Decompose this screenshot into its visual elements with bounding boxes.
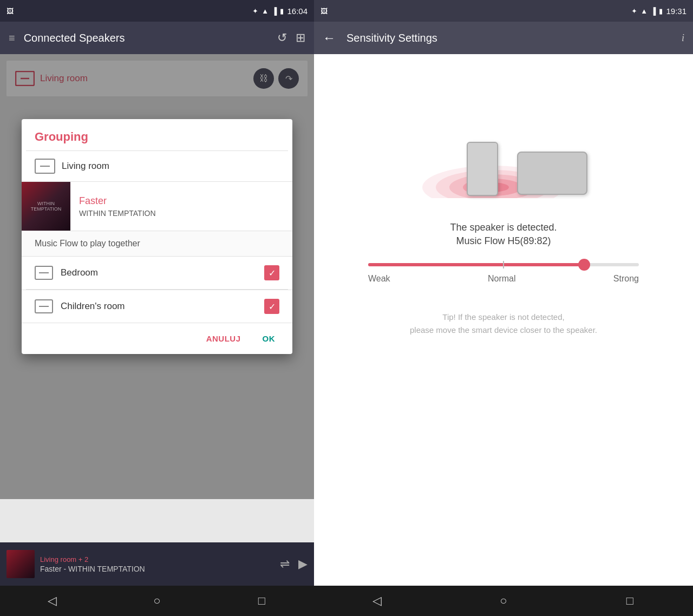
bluetooth-icon-right: ✦: [631, 7, 637, 15]
right-content: The speaker is detected. Music Flow H5(8…: [314, 54, 693, 586]
tip-line2: please move the smart device closer to t…: [410, 324, 597, 337]
detected-line2: Music Flow H5(89:82): [450, 235, 557, 247]
tip-line1: Tip! If the speaker is not detected,: [410, 311, 597, 324]
bedroom-checkbox[interactable]: ✓: [264, 265, 279, 280]
slider-fill: [368, 263, 585, 266]
bottom-track-name: Faster - WITHIN TEMPTATION: [40, 565, 274, 573]
slider-midmark: [503, 261, 504, 268]
app-title-right: Sensitivity Settings: [346, 32, 675, 44]
bottom-bar-left: Living room + 2 Faster - WITHIN TEMPTATI…: [0, 542, 314, 586]
left-panel: 🖼 ✦ ▲ ▐ ▮ 16:04 ≡ Connected Speakers ↺ ⊞…: [0, 0, 314, 616]
slider-track[interactable]: [368, 263, 639, 266]
childrens-checkbox[interactable]: ✓: [264, 299, 279, 314]
dialog-header-room: Living room: [22, 151, 292, 181]
speaker-icon-childrens: [35, 299, 53, 313]
grouping-dialog: Grouping Living room WITHINTEMPTATION: [22, 119, 292, 354]
signal-icon-right: ▐: [651, 7, 656, 15]
tip-section: Tip! If the speaker is not detected, ple…: [410, 311, 597, 337]
right-panel: 🖼 ✦ ▲ ▐ ▮ 19:31 ← Sensitivity Settings i: [314, 0, 693, 616]
track-title: Faster: [79, 195, 284, 207]
childrens-room-name: Children's room: [61, 301, 264, 312]
app-bar-left: ≡ Connected Speakers ↺ ⊞: [0, 22, 314, 54]
battery-icon: ▮: [280, 7, 284, 15]
signal-icon: ▐: [272, 7, 277, 15]
app-title-left: Connected Speakers: [24, 32, 269, 44]
dialog-title: Grouping: [22, 119, 292, 150]
device-phone: [467, 142, 498, 196]
refresh-icon[interactable]: ↺: [277, 31, 287, 45]
track-artwork: WITHINTEMPTATION: [22, 182, 70, 231]
play-bottom-icon[interactable]: ▶: [298, 557, 308, 571]
nav-bar-right: ◁ ○ □: [314, 586, 693, 616]
left-background: Living room ⛓ ↷ Grouping Living room: [0, 54, 314, 542]
label-weak: Weak: [368, 274, 390, 284]
nav-home-right[interactable]: ○: [487, 590, 520, 612]
track-row: WITHINTEMPTATION Faster WITHIN TEMPTATIO…: [22, 181, 292, 231]
ok-button[interactable]: OK: [258, 332, 280, 345]
wifi-icon: ▲: [261, 7, 269, 15]
detection-text: The speaker is detected. Music Flow H5(8…: [450, 222, 557, 247]
bottom-track-art: [6, 550, 35, 578]
status-bar-left: 🖼 ✦ ▲ ▐ ▮ 16:04: [0, 0, 314, 22]
bedroom-item[interactable]: Bedroom ✓: [22, 256, 292, 289]
photo-icon: 🖼: [6, 7, 14, 15]
label-normal: Normal: [488, 274, 516, 284]
bottom-room-name: Living room + 2: [40, 555, 274, 563]
bottom-track-info: Living room + 2 Faster - WITHIN TEMPTATI…: [40, 555, 274, 573]
track-art-inner: WITHINTEMPTATION: [22, 182, 70, 231]
cancel-button[interactable]: ANULUJ: [202, 332, 245, 345]
battery-icon-right: ▮: [659, 7, 663, 15]
nav-recents-left[interactable]: □: [245, 590, 278, 612]
status-time-right: 19:31: [666, 6, 687, 16]
speaker-icon-bedroom: [35, 266, 53, 280]
status-bar-right: 🖼 ✦ ▲ ▐ ▮ 19:31: [314, 0, 693, 22]
section-label: Music Flow to play together: [22, 231, 292, 256]
dialog-header-room-name: Living room: [62, 161, 109, 172]
nav-back-left[interactable]: ◁: [36, 590, 69, 612]
add-icon[interactable]: ⊞: [296, 31, 305, 45]
menu-icon[interactable]: ≡: [9, 32, 15, 44]
status-icons-right: ✦ ▲ ▐ ▮ 19:31: [631, 6, 687, 16]
nav-back-right[interactable]: ◁: [361, 590, 394, 612]
back-button[interactable]: ←: [323, 30, 336, 45]
speaker-icon-dialog-header: [35, 159, 55, 174]
wifi-icon-right: ▲: [640, 7, 648, 15]
track-artist: WITHIN TEMPTATION: [79, 209, 284, 218]
dialog-actions: ANULUJ OK: [22, 323, 292, 354]
photo-icon-right: 🖼: [321, 7, 328, 15]
art-placeholder: WITHINTEMPTATION: [31, 201, 62, 212]
detection-illustration: [390, 70, 617, 211]
nav-home-left[interactable]: ○: [141, 590, 173, 612]
label-strong: Strong: [613, 274, 639, 284]
sensitivity-slider-section: Weak Normal Strong: [368, 263, 639, 284]
device-speaker: [517, 152, 587, 195]
slider-labels: Weak Normal Strong: [368, 274, 639, 284]
dialog-overlay: Grouping Living room WITHINTEMPTATION: [0, 54, 314, 499]
detected-line1: The speaker is detected.: [450, 222, 557, 233]
nav-bar-left: ◁ ○ □: [0, 586, 314, 616]
bluetooth-icon: ✦: [252, 7, 258, 15]
childrens-room-item[interactable]: Children's room ✓: [22, 290, 292, 323]
bedroom-name: Bedroom: [61, 267, 264, 278]
info-icon[interactable]: i: [682, 32, 684, 44]
cast-bottom-icon[interactable]: ⇌: [280, 557, 290, 571]
app-bar-right: ← Sensitivity Settings i: [314, 22, 693, 54]
status-icons-left: ✦ ▲ ▐ ▮ 16:04: [252, 6, 308, 16]
status-time-left: 16:04: [287, 6, 308, 16]
slider-thumb[interactable]: [578, 259, 590, 271]
track-info: Faster WITHIN TEMPTATION: [70, 188, 292, 225]
bottom-actions: ⇌ ▶: [280, 557, 308, 571]
nav-recents-right[interactable]: □: [613, 590, 646, 612]
